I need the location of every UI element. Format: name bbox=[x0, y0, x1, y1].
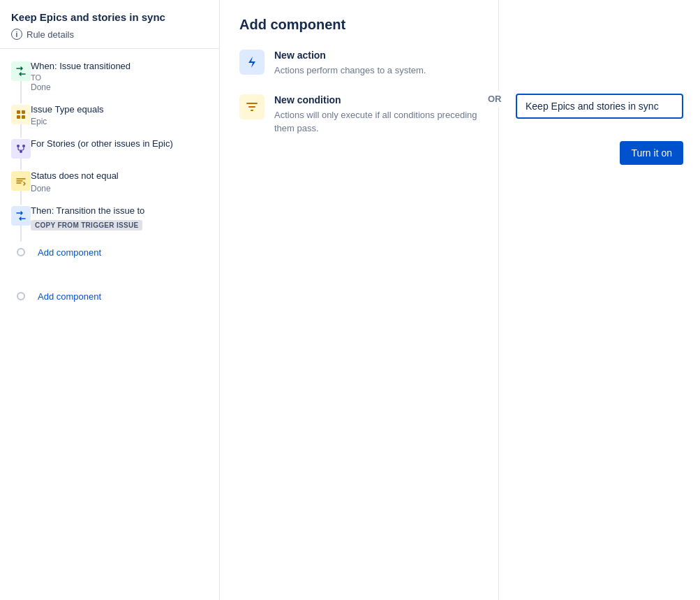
info-icon: i bbox=[11, 29, 22, 40]
when-transition-icon bbox=[11, 61, 31, 81]
flow-connector-stories bbox=[11, 138, 31, 170]
flow-row-issue-type: Issue Type equals Epic bbox=[11, 103, 208, 138]
status-title: Status does not equal bbox=[31, 170, 208, 182]
new-action-text: New action Actions perform changes to a … bbox=[274, 50, 426, 78]
svg-rect-1 bbox=[22, 110, 25, 114]
add-component-inner[interactable]: Add component bbox=[11, 242, 208, 263]
divider bbox=[0, 48, 219, 49]
flow-row-when: When: Issue transitioned TO Done bbox=[11, 60, 208, 103]
flow-list: When: Issue transitioned TO Done bbox=[0, 60, 219, 307]
svg-point-5 bbox=[22, 145, 25, 147]
flow-connector-then bbox=[11, 205, 31, 242]
then-transition-title: Then: Transition the issue to bbox=[31, 205, 208, 217]
flow-row-stories: For Stories (or other issues in Epic) bbox=[11, 138, 208, 170]
left-header: Keep Epics and stories in sync i Rule de… bbox=[0, 11, 219, 48]
svg-rect-0 bbox=[17, 110, 20, 114]
new-condition-icon bbox=[239, 94, 265, 119]
flow-row-status: Status does not equal Done bbox=[11, 170, 208, 204]
status-sub1: Done bbox=[31, 184, 208, 193]
issue-type-icon bbox=[11, 105, 31, 124]
add-dot-outer bbox=[17, 292, 25, 300]
issue-type-icon-svg bbox=[15, 109, 27, 120]
add-dot-inner bbox=[17, 248, 25, 256]
status-content[interactable]: Status does not equal Done bbox=[31, 170, 208, 204]
when-transition-sub2: Done bbox=[31, 82, 208, 92]
new-condition-card[interactable]: New condition Actions will only execute … bbox=[239, 94, 479, 136]
connector-line-1 bbox=[20, 81, 22, 103]
copy-badge: COPY FROM TRIGGER ISSUE bbox=[31, 220, 142, 231]
flow-connector-when bbox=[11, 60, 31, 103]
spacer bbox=[11, 263, 208, 286]
right-panel: Turn it on bbox=[499, 0, 700, 600]
flow-connector-status bbox=[11, 170, 31, 204]
connector-line-4 bbox=[20, 191, 22, 204]
transition2-icon-svg bbox=[15, 210, 27, 221]
transition-icon-svg bbox=[15, 66, 27, 77]
flow-connector-issue-type bbox=[11, 103, 31, 138]
then-transition-icon bbox=[11, 206, 31, 226]
new-condition-title: New condition bbox=[274, 94, 479, 105]
status-icon bbox=[11, 171, 31, 191]
branch-icon-svg bbox=[15, 143, 27, 154]
add-component-outer-label: Add component bbox=[38, 291, 101, 302]
right-content: Turn it on bbox=[516, 94, 683, 165]
rule-details-link[interactable]: i Rule details bbox=[11, 29, 208, 40]
stories-content[interactable]: For Stories (or other issues in Epic) bbox=[31, 138, 208, 170]
new-action-title: New action bbox=[274, 50, 426, 61]
when-transition-sub1: TO bbox=[31, 73, 208, 82]
middle-panel: Add component New action Actions perform… bbox=[220, 0, 499, 600]
left-panel: Keep Epics and stories in sync i Rule de… bbox=[0, 0, 220, 600]
new-action-icon bbox=[239, 50, 265, 75]
svg-rect-3 bbox=[22, 115, 25, 119]
rule-name-input[interactable] bbox=[516, 94, 683, 119]
middle-title: Add component bbox=[239, 17, 479, 33]
page-title: Keep Epics and stories in sync bbox=[11, 11, 208, 23]
svg-point-4 bbox=[17, 145, 20, 147]
when-transition-content[interactable]: When: Issue transitioned TO Done bbox=[31, 60, 208, 103]
new-condition-text: New condition Actions will only execute … bbox=[274, 94, 479, 136]
status-icon-svg bbox=[15, 175, 27, 186]
rule-details-label: Rule details bbox=[27, 29, 74, 40]
issue-type-content[interactable]: Issue Type equals Epic bbox=[31, 103, 208, 138]
lightning-icon bbox=[245, 55, 259, 69]
connector-line-2 bbox=[20, 124, 22, 138]
new-condition-desc: Actions will only execute if all conditi… bbox=[274, 108, 479, 136]
when-transition-title: When: Issue transitioned bbox=[31, 60, 208, 73]
new-action-card[interactable]: New action Actions perform changes to a … bbox=[239, 50, 479, 78]
svg-rect-2 bbox=[17, 115, 20, 119]
flow-row-then: Then: Transition the issue to COPY FROM … bbox=[11, 205, 208, 242]
turn-on-button[interactable]: Turn it on bbox=[620, 141, 683, 165]
connector-line-5 bbox=[20, 226, 22, 242]
new-action-desc: Actions perform changes to a system. bbox=[274, 64, 426, 78]
add-component-inner-label: Add component bbox=[38, 247, 101, 258]
or-label: OR bbox=[484, 91, 506, 107]
add-component-outer[interactable]: Add component bbox=[11, 286, 208, 307]
then-transition-content[interactable]: Then: Transition the issue to COPY FROM … bbox=[31, 205, 208, 242]
stories-icon bbox=[11, 139, 31, 159]
issue-type-sub1: Epic bbox=[31, 117, 208, 126]
stories-title: For Stories (or other issues in Epic) bbox=[31, 138, 208, 150]
issue-type-title: Issue Type equals bbox=[31, 103, 208, 116]
connector-line-3 bbox=[20, 159, 22, 170]
filter-icon bbox=[245, 100, 259, 114]
